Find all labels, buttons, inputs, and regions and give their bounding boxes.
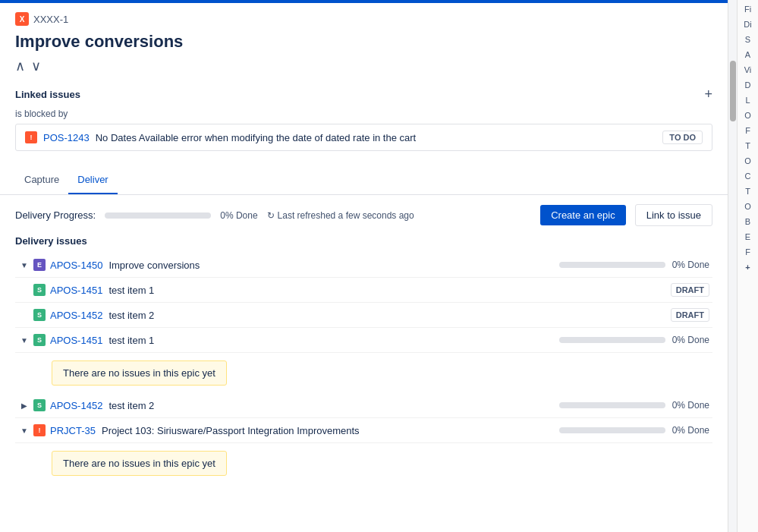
delivery-progress-row: Delivery Progress: 0% Done ↻ Last refres…	[15, 204, 712, 226]
epic-name-apos-1450: Improve conversions	[109, 260, 559, 271]
child-type-icon-apos-1451: S	[33, 284, 46, 296]
issue-type-icon: X	[15, 12, 29, 26]
epic-progress-bar-apos-1451	[559, 337, 665, 343]
epic-type-icon-apos-1451: S	[33, 334, 46, 346]
right-panel-o1[interactable]: O	[744, 111, 751, 120]
issue-id-text: XXXX-1	[33, 14, 68, 25]
epic-row-apos-1451: ▼ S APOS-1451 test item 1 0% Done There …	[15, 328, 712, 393]
epic-progress-bar-prjct-35	[559, 427, 665, 433]
tab-deliver[interactable]: Deliver	[68, 166, 117, 194]
child-row-apos-1452-under-1450: S APOS-1452 test item 2 DRAFT	[15, 303, 712, 328]
right-panel-di[interactable]: Di	[744, 20, 751, 29]
right-panel-f2[interactable]: F	[745, 247, 750, 257]
epic-id-apos-1450[interactable]: APOS-1450	[50, 260, 102, 271]
expand-icon-apos-1450[interactable]: ▼	[18, 259, 30, 271]
expand-icon-apos-1451[interactable]: ▼	[18, 334, 30, 346]
epic-id-apos-1451[interactable]: APOS-1451	[50, 335, 102, 346]
issue-header: X XXXX-1 Improve conversions ∧ ∨	[0, 3, 728, 80]
issue-actions: ∧ ∨	[15, 58, 712, 74]
child-name-apos-1451: test item 1	[109, 285, 670, 296]
thumbs-up-icon[interactable]: ∧	[15, 58, 25, 74]
right-panel-c[interactable]: C	[745, 172, 751, 181]
epic-progress-text-apos-1450: 0% Done	[672, 260, 709, 270]
epic-id-apos-1452[interactable]: APOS-1452	[50, 400, 102, 411]
epic-row-apos-1452: ▶ S APOS-1452 test item 2 0% Done	[15, 393, 712, 418]
epic-progress-text-apos-1451: 0% Done	[672, 335, 709, 345]
issue-id-row: X XXXX-1	[15, 12, 712, 26]
refresh-text: ↻ Last refreshed a few seconds ago	[267, 210, 532, 221]
tab-capture[interactable]: Capture	[15, 166, 68, 194]
right-panel: Fi Di S A Vi D L O F T O C T O B E F +	[737, 0, 758, 532]
right-panel-plus[interactable]: +	[745, 263, 750, 272]
right-panel-t2[interactable]: T	[745, 187, 750, 196]
link-to-issue-button[interactable]: Link to issue	[635, 204, 712, 226]
epic-name-prjct-35: Project 103: Siriusware/Passport Integra…	[102, 425, 559, 436]
scrollbar[interactable]	[728, 0, 737, 532]
child-type-icon-apos-1452: S	[33, 309, 46, 321]
add-linked-issue-button[interactable]: +	[704, 87, 712, 102]
thumbs-down-icon[interactable]: ∨	[31, 58, 41, 74]
linked-issue-status: TO DO	[662, 131, 703, 144]
right-panel-s[interactable]: S	[745, 35, 750, 44]
epic-progress-text-prjct-35: 0% Done	[672, 425, 709, 436]
expand-icon-prjct-35[interactable]: ▼	[18, 424, 30, 436]
right-panel-fi[interactable]: Fi	[744, 5, 751, 14]
right-panel-o2[interactable]: O	[744, 156, 751, 165]
child-id-apos-1452[interactable]: APOS-1452	[50, 310, 102, 321]
no-issues-banner-prjct-35: There are no issues in this epic yet	[52, 451, 227, 476]
delivery-progress-label: Delivery Progress:	[15, 209, 96, 221]
epic-row-apos-1450: ▼ E APOS-1450 Improve conversions 0% Don…	[15, 253, 712, 328]
tab-bar: Capture Deliver	[0, 166, 728, 195]
child-row-apos-1451-under-1450: S APOS-1451 test item 1 DRAFT	[15, 278, 712, 303]
right-panel-l[interactable]: L	[745, 96, 750, 105]
scrollbar-thumb[interactable]	[730, 61, 736, 121]
child-status-apos-1452: DRAFT	[671, 308, 709, 322]
linked-issues-header: Linked issues +	[15, 87, 712, 102]
epic-row-prjct-35: ▼ ! PRJCT-35 Project 103: Siriusware/Pas…	[15, 418, 712, 483]
linked-issue-type-icon: !	[25, 131, 37, 143]
right-panel-d[interactable]: D	[745, 80, 751, 90]
refresh-icon[interactable]: ↻	[267, 210, 275, 221]
right-panel-e[interactable]: E	[745, 232, 750, 241]
delivery-progress-text: 0% Done	[220, 210, 257, 221]
no-issues-banner-container-1451: There are no issues in this epic yet	[15, 353, 712, 393]
right-panel-a[interactable]: A	[745, 50, 750, 59]
main-panel: X XXXX-1 Improve conversions ∧ ∨ Linked …	[0, 0, 728, 532]
delivery-progress-bar-container	[105, 212, 211, 219]
epic-name-apos-1452: test item 2	[109, 400, 559, 411]
blocked-by-label: is blocked by	[15, 109, 712, 119]
right-panel-o3[interactable]: O	[744, 202, 751, 211]
epic-progress-bar-apos-1452	[559, 402, 665, 408]
epic-id-prjct-35[interactable]: PRJCT-35	[50, 425, 96, 436]
linked-issues-title: Linked issues	[15, 89, 80, 100]
epic-progress-text-apos-1452: 0% Done	[672, 400, 709, 411]
refresh-label: Last refreshed a few seconds ago	[278, 210, 414, 221]
expand-icon-apos-1452[interactable]: ▶	[18, 399, 30, 411]
epic-type-icon-apos-1450: E	[33, 259, 46, 271]
no-issues-banner-1451: There are no issues in this epic yet	[52, 360, 227, 386]
linked-issue-title: No Dates Available error when modifying …	[96, 132, 663, 143]
deliver-section: Delivery Progress: 0% Done ↻ Last refres…	[0, 195, 728, 493]
right-panel-vi[interactable]: Vi	[744, 65, 752, 74]
child-name-apos-1452: test item 2	[109, 310, 670, 321]
epic-progress-bar-apos-1450	[559, 262, 665, 268]
child-id-apos-1451[interactable]: APOS-1451	[50, 285, 102, 296]
linked-issue-id[interactable]: POS-1243	[43, 132, 90, 143]
no-issues-banner-container-prjct-35: There are no issues in this epic yet	[15, 443, 712, 483]
issue-title: Improve conversions	[15, 32, 712, 52]
epic-type-icon-prjct-35: !	[33, 424, 46, 436]
epic-type-icon-apos-1452: S	[33, 399, 46, 411]
create-epic-button[interactable]: Create an epic	[540, 205, 626, 225]
right-panel-b[interactable]: B	[745, 217, 750, 226]
linked-issue-row: ! POS-1243 No Dates Available error when…	[15, 124, 712, 151]
linked-issues-section: Linked issues + is blocked by ! POS-1243…	[0, 80, 728, 160]
child-status-apos-1451: DRAFT	[671, 283, 709, 297]
right-panel-f[interactable]: F	[745, 126, 750, 135]
delivery-issues-label: Delivery issues	[15, 235, 712, 247]
epic-name-apos-1451: test item 1	[109, 335, 559, 346]
right-panel-t1[interactable]: T	[745, 141, 750, 150]
